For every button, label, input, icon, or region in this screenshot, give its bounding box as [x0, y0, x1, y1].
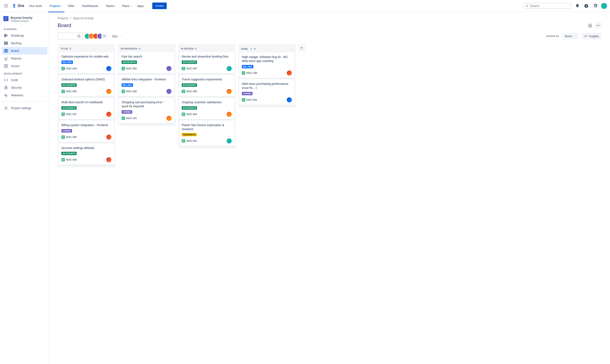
insights-button[interactable]: Insights: [581, 33, 601, 39]
nav-item-projects[interactable]: Projects: [47, 2, 66, 9]
epic-filter[interactable]: Epic: [110, 33, 123, 39]
board-card[interactable]: Billing system integration - frontendFOR…: [59, 121, 114, 142]
board-card[interactable]: Shopping cart purchasing error - quick f…: [119, 98, 174, 123]
group-by-dropdown[interactable]: None: [562, 33, 578, 39]
create-button[interactable]: Create: [152, 2, 167, 9]
search-input[interactable]: [530, 4, 570, 8]
sidebar-item-backlog[interactable]: Backlog: [2, 39, 47, 47]
assignee-avatar[interactable]: [106, 157, 111, 162]
card-title: Fast trip search: [122, 55, 172, 59]
sidebar-item-project-settings[interactable]: Project settings: [2, 104, 47, 112]
assignee-avatar[interactable]: [166, 66, 172, 71]
board-column: IN PROGRESS6Fast trip searchACCOUNTSNUC-…: [118, 44, 175, 126]
help-icon[interactable]: ?: [583, 2, 590, 9]
svg-marker-27: [588, 24, 592, 27]
column-header: TO DO6: [59, 45, 114, 52]
board-card[interactable]: High outage: Software bug fix - BG Web-s…: [239, 52, 294, 78]
board-card[interactable]: Fast trip searchACCOUNTSNUC-342: [119, 52, 174, 74]
svg-point-29: [598, 25, 598, 26]
sidebar-section-label: DEVELOPMENT: [2, 70, 47, 76]
sidebar-item-roadmap[interactable]: Roadmap: [2, 32, 47, 39]
assignee-avatar[interactable]: [287, 70, 292, 76]
assignee-avatar[interactable]: [227, 66, 232, 71]
svg-rect-16: [4, 42, 8, 42]
svg-rect-19: [4, 49, 5, 52]
svg-point-9: [526, 5, 527, 7]
card-tag: FORMS: [122, 110, 132, 114]
more-icon[interactable]: [595, 22, 601, 29]
add-column-button[interactable]: [298, 44, 305, 51]
story-icon: [182, 113, 185, 116]
settings-icon[interactable]: [592, 2, 598, 9]
sidebar-item-releases[interactable]: Releases: [2, 91, 47, 99]
board-search[interactable]: [58, 33, 83, 40]
assignee-avatar[interactable]: [227, 112, 232, 117]
board: TO DO6Optimize experience for mobile web…: [58, 44, 601, 167]
assignee-avatar[interactable]: [106, 135, 111, 140]
sidebar-item-board[interactable]: Board: [2, 47, 47, 55]
product-name: Jira: [17, 4, 24, 8]
notifications-icon[interactable]: [574, 2, 581, 9]
nav-item-dashboards[interactable]: Dashboards: [80, 2, 103, 9]
svg-rect-15: [4, 36, 6, 37]
breadcrumb-root[interactable]: Projects: [58, 16, 68, 20]
nav-item-teams[interactable]: Teams: [104, 2, 120, 9]
sidebar-item-code[interactable]: Code: [2, 76, 47, 84]
issue-key: NUC-337: [66, 113, 77, 116]
assignee-avatar[interactable]: [106, 66, 111, 71]
group-by-label: GROUP BY: [546, 35, 559, 38]
sidebar-item-issues[interactable]: Issues: [2, 62, 47, 70]
breadcrumb-current[interactable]: Beyond Gravity: [73, 16, 94, 20]
project-header[interactable]: Beyond Gravity Software project: [2, 16, 47, 26]
nav-item-filter[interactable]: Filter: [66, 2, 80, 9]
assignee-avatar[interactable]: [166, 116, 172, 121]
story-icon: [122, 90, 125, 93]
assignee-avatar[interactable]: [287, 97, 292, 103]
story-icon: [242, 98, 245, 102]
issue-key: NUC-360: [66, 90, 77, 93]
assignee-avatar[interactable]: [106, 112, 111, 117]
nav-item-apps[interactable]: Apps: [135, 2, 149, 9]
jira-logo[interactable]: Jira: [12, 4, 24, 8]
card-tag: ACCOUNTS: [182, 83, 197, 87]
board-card[interactable]: Account settings defaultsACCOUNTSNUC-340: [59, 143, 114, 165]
nav-item-your-work[interactable]: Your work: [27, 2, 47, 9]
assignee-avatar[interactable]: [106, 89, 111, 94]
assignee-avatar[interactable]: [227, 138, 232, 143]
issue-key: NUC-351: [186, 140, 197, 143]
app-switcher-icon[interactable]: [2, 2, 9, 9]
assignee-avatar[interactable]: [166, 89, 172, 94]
board-card[interactable]: Multi-dest search UI mobilewebACCOUNTSNU…: [59, 98, 114, 119]
assignee-avatar[interactable]: [227, 89, 232, 94]
nav-item-plans[interactable]: Plans: [120, 2, 135, 9]
story-icon: [61, 67, 65, 70]
svg-point-30: [599, 25, 600, 26]
card-title: Shopping cart purchasing error - quick f…: [122, 100, 172, 108]
chevron-down-icon: [115, 5, 117, 7]
avatar-more[interactable]: +3: [101, 33, 107, 39]
gear-icon: [4, 106, 8, 110]
profile-avatar[interactable]: [601, 2, 608, 9]
sidebar-item-security[interactable]: Security: [2, 84, 47, 91]
board-card[interactable]: Ongoing customer satisfactionACCOUNTSNUC…: [179, 98, 234, 119]
board-card[interactable]: Web-store purchasing performance issue f…: [239, 79, 294, 105]
board-card[interactable]: Travel suggestion experimentsACCOUNTSNUC…: [179, 75, 234, 96]
svg-line-10: [527, 6, 528, 7]
svg-point-4: [5, 5, 6, 6]
board-card[interactable]: Onboard workout options (OWO)ACCOUNTSNUC…: [59, 75, 114, 96]
card-tag: FEEDBACK: [182, 133, 197, 136]
board-card[interactable]: Affelite links integration - frontendBIL…: [119, 75, 174, 96]
nav-items: Your workProjectsFilterDashboardsTeamsPl…: [27, 2, 149, 9]
story-icon: [61, 90, 65, 93]
card-title: Account settings defaults: [61, 146, 111, 150]
board-card[interactable]: Optimize experience for mobile webBILLIN…: [59, 52, 114, 74]
card-tag: ACCOUNTS: [182, 61, 197, 64]
sidebar-item-reports[interactable]: Reports: [2, 55, 47, 62]
global-search[interactable]: [523, 3, 572, 9]
board-card[interactable]: Revise and streamline booking flowACCOUN…: [179, 52, 234, 74]
sidebar: Beyond Gravity Software project PLANNING…: [0, 12, 49, 364]
star-icon[interactable]: [587, 22, 594, 29]
board-card[interactable]: Planet Taxi Device exploration & researc…: [179, 121, 234, 146]
avatar-stack[interactable]: +3: [86, 33, 107, 39]
issue-key: NUC-340: [66, 158, 77, 161]
